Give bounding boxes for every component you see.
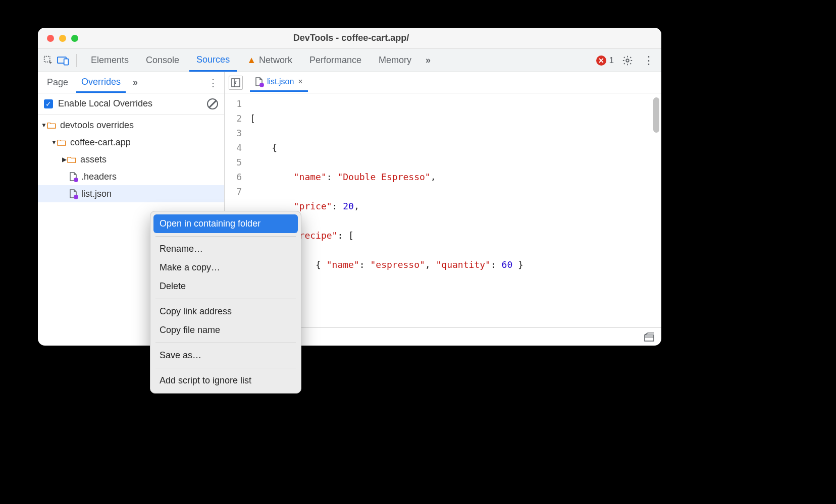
tree-root[interactable]: ▼ devtools overrides	[38, 117, 224, 134]
file-icon	[69, 172, 77, 181]
ctx-copy-name[interactable]: Copy file name	[153, 321, 298, 340]
ctx-rename[interactable]: Rename…	[153, 240, 298, 258]
sidebar-more-tabs[interactable]: »	[129, 77, 142, 88]
tab-performance[interactable]: Performance	[302, 50, 369, 71]
enable-overrides-row: ✓ Enable Local Overrides	[38, 93, 224, 115]
ctx-make-copy[interactable]: Make a copy…	[153, 258, 298, 277]
devtools-window: DevTools - coffee-cart.app/ Elements Con…	[38, 28, 661, 346]
warning-icon: ▲	[247, 55, 256, 66]
error-count-badge[interactable]: ✕ 1	[596, 55, 614, 66]
sidebar-tab-overrides[interactable]: Overrides	[76, 73, 126, 93]
svg-rect-6	[645, 335, 654, 341]
tree-domain[interactable]: ▼ coffee-cart.app	[38, 134, 224, 151]
svg-point-3	[626, 59, 629, 62]
ctx-copy-link[interactable]: Copy link address	[153, 302, 298, 321]
inspect-element-icon[interactable]	[43, 55, 54, 66]
tab-network[interactable]: ▲ Network	[240, 50, 299, 71]
coverage-icon[interactable]	[644, 332, 654, 342]
separator	[155, 343, 296, 343]
error-icon: ✕	[596, 55, 606, 66]
main-toolbar: Elements Console Sources ▲ Network Perfo…	[38, 49, 661, 72]
override-dot-icon	[74, 178, 78, 182]
separator	[155, 236, 296, 237]
navigator-tabs: Page Overrides » ⋮	[38, 72, 224, 93]
maximize-window-button[interactable]	[71, 35, 78, 42]
device-toolbar-icon[interactable]	[57, 55, 69, 66]
separator	[155, 368, 296, 368]
sidebar-tab-page[interactable]: Page	[42, 73, 73, 92]
folder-icon	[47, 122, 56, 129]
clear-overrides-icon[interactable]	[207, 98, 218, 109]
scrollbar-thumb[interactable]	[653, 97, 659, 133]
editor-tab-list-json[interactable]: list.json ×	[250, 73, 308, 92]
tree-file-headers[interactable]: .headers	[38, 168, 224, 185]
body: Page Overrides » ⋮ ✓ Enable Local Overri…	[38, 72, 661, 346]
tab-console[interactable]: Console	[139, 50, 186, 71]
ctx-ignore-list[interactable]: Add script to ignore list	[153, 371, 298, 390]
settings-gear-icon[interactable]	[620, 53, 635, 68]
hide-navigator-icon[interactable]	[229, 76, 243, 90]
folder-icon	[67, 156, 76, 163]
more-options-kebab-icon[interactable]: ⋮	[641, 52, 656, 69]
context-menu: Open in containing folder Rename… Make a…	[150, 211, 301, 394]
traffic-lights	[47, 35, 78, 42]
ctx-open-folder[interactable]: Open in containing folder	[153, 214, 298, 233]
tab-sources[interactable]: Sources	[189, 49, 237, 72]
file-icon	[255, 77, 263, 86]
code-content[interactable]: [ { "name": "Double Espresso", "price": …	[247, 93, 661, 327]
separator	[155, 299, 296, 299]
ctx-delete[interactable]: Delete	[153, 277, 298, 296]
override-dot-icon	[74, 195, 78, 199]
tree-file-list-json[interactable]: list.json	[38, 185, 224, 202]
more-tabs-button[interactable]: »	[422, 55, 435, 66]
tab-memory[interactable]: Memory	[372, 50, 419, 71]
svg-rect-4	[232, 79, 240, 87]
enable-overrides-label: Enable Local Overrides	[58, 98, 152, 109]
file-icon	[69, 189, 77, 198]
enable-overrides-checkbox[interactable]: ✓	[44, 99, 53, 108]
override-dot-icon	[259, 83, 264, 87]
close-window-button[interactable]	[47, 35, 54, 42]
titlebar: DevTools - coffee-cart.app/	[38, 28, 661, 49]
tab-elements[interactable]: Elements	[84, 50, 136, 71]
ctx-save-as[interactable]: Save as…	[153, 346, 298, 365]
folder-icon	[57, 139, 66, 146]
tree-folder-assets[interactable]: ▶ assets	[38, 151, 224, 168]
editor-tabs: list.json ×	[225, 72, 661, 93]
sidebar-kebab-icon[interactable]: ⋮	[206, 75, 220, 91]
window-title: DevTools - coffee-cart.app/	[78, 33, 624, 43]
minimize-window-button[interactable]	[59, 35, 66, 42]
svg-rect-2	[64, 59, 69, 65]
close-tab-icon[interactable]: ×	[298, 77, 302, 86]
